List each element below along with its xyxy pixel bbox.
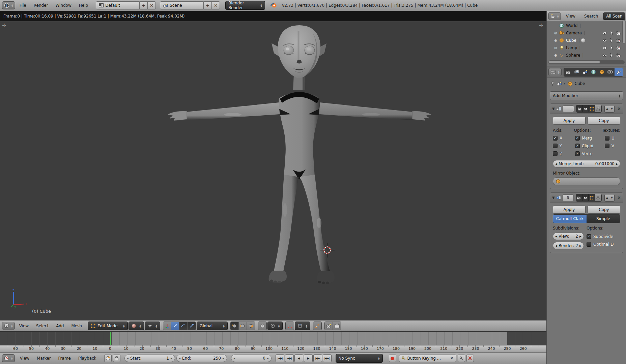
- copy-button[interactable]: Copy: [588, 206, 620, 214]
- merge-limit-field[interactable]: ◂Merge Limit: 0.001000▸: [553, 160, 620, 168]
- delete-layout-button[interactable]: ✕: [148, 1, 156, 9]
- insert-keyframe-button[interactable]: [458, 355, 465, 362]
- vertex-select-mode[interactable]: [231, 322, 239, 330]
- timeline-menu-frame[interactable]: Frame: [55, 353, 75, 364]
- sync-mode-select[interactable]: No Sync ▲▼: [336, 354, 383, 363]
- mirror-object-select[interactable]: [553, 177, 620, 185]
- record-button[interactable]: ●: [389, 355, 396, 362]
- play-reverse-button[interactable]: ◀: [294, 354, 303, 362]
- start-frame-field[interactable]: ◂Start: 1▸: [124, 355, 175, 362]
- scene-mini-icon[interactable]: [557, 82, 562, 86]
- manipulator-toggle[interactable]: [163, 322, 171, 330]
- outliner-horizontal-scrollbar[interactable]: [548, 60, 625, 64]
- checkbox-clippi[interactable]: ✓ Clippi: [575, 142, 605, 150]
- tab-constraints[interactable]: [606, 68, 615, 76]
- next-keyframe-button[interactable]: ▶▶: [313, 354, 322, 362]
- outliner-vertical-scrollbar[interactable]: [622, 20, 625, 43]
- viewport-shading-select[interactable]: ▲▼: [129, 322, 144, 330]
- checkbox-verte[interactable]: ✓ Verte: [575, 150, 605, 157]
- opengl-render-image-button[interactable]: [325, 322, 333, 330]
- tab-world[interactable]: [589, 68, 598, 76]
- timeline-menu-playback[interactable]: Playback: [75, 353, 100, 364]
- timeline-playhead[interactable]: [110, 332, 111, 345]
- opengl-render-anim-button[interactable]: [333, 322, 341, 330]
- snap-align-toggle[interactable]: [313, 322, 321, 330]
- scale-manipulator[interactable]: [188, 322, 196, 330]
- checkbox-v[interactable]: V: [605, 142, 620, 150]
- checkbox-subdivide[interactable]: ✓ Subdivide: [587, 233, 620, 240]
- modifier-name-field[interactable]: [563, 105, 574, 112]
- edge-select-mode[interactable]: [239, 322, 247, 330]
- rotate-manipulator[interactable]: [179, 322, 188, 330]
- cursor-arrow-icon[interactable]: [609, 53, 614, 58]
- lock-button[interactable]: [113, 355, 120, 362]
- render-subdivisions-field[interactable]: ◂Render: 2▸: [553, 242, 584, 249]
- render-visibility-toggle[interactable]: [576, 105, 582, 112]
- timeline-track-area[interactable]: [0, 331, 546, 345]
- tab-object[interactable]: [598, 68, 606, 76]
- outliner-item-cube[interactable]: ⊕ ▽ Cube |: [548, 37, 626, 44]
- render-visibility-icon[interactable]: [616, 31, 621, 35]
- eye-icon[interactable]: [602, 38, 607, 43]
- viewport-canvas[interactable]: ✛ ✛: [0, 21, 546, 320]
- view-subdivisions-field[interactable]: ◂View: 2▸: [553, 233, 584, 240]
- checkbox-optimal d[interactable]: Optimal D: [587, 240, 620, 248]
- outliner-item-world[interactable]: World |: [548, 22, 626, 29]
- delete-modifier-icon[interactable]: ✕: [617, 195, 621, 200]
- move-up-button[interactable]: ▲: [605, 194, 609, 201]
- tab-render-layers[interactable]: [572, 68, 581, 76]
- edit-mode-visibility-toggle[interactable]: [589, 105, 595, 112]
- cursor-arrow-icon[interactable]: [609, 38, 614, 43]
- prev-keyframe-button[interactable]: ◀◀: [285, 354, 294, 362]
- timeline-ruler[interactable]: -60-50-40-30-20-100102030405060708090100…: [0, 345, 546, 352]
- viewport-menu-mesh[interactable]: Mesh: [67, 321, 86, 331]
- modifier-name-field[interactable]: S: [562, 194, 574, 201]
- expand-icon[interactable]: ⊕: [548, 38, 557, 43]
- viewport-visibility-toggle[interactable]: [582, 194, 589, 201]
- viewport-visibility-toggle[interactable]: [583, 105, 589, 112]
- top-menu-window[interactable]: Window: [52, 0, 75, 11]
- pin-icon[interactable]: [550, 81, 555, 86]
- breadcrumb-object-name[interactable]: Cube: [575, 81, 585, 86]
- cursor-arrow-icon[interactable]: [609, 31, 614, 35]
- cage-toggle[interactable]: [595, 105, 601, 112]
- delete-keyframe-button[interactable]: [466, 355, 474, 362]
- play-button[interactable]: ▶: [304, 354, 313, 362]
- tab-scene[interactable]: [581, 68, 589, 76]
- properties-editor-selector[interactable]: ▲▼: [548, 68, 562, 76]
- eye-icon[interactable]: [602, 53, 607, 58]
- checkbox-merg[interactable]: ✓ Merg: [575, 134, 605, 142]
- 3d-cursor[interactable]: [320, 243, 335, 257]
- jump-to-end-button[interactable]: ▶▶|: [323, 354, 332, 362]
- top-menu-file[interactable]: File: [16, 0, 30, 11]
- pivot-point-select[interactable]: ▲▼: [145, 322, 160, 330]
- move-up-button[interactable]: ▲: [605, 105, 609, 112]
- outliner-item-lamp[interactable]: ⊕ Lamp |: [548, 44, 626, 52]
- copy-button[interactable]: Copy: [588, 117, 620, 125]
- delete-scene-button[interactable]: ✕: [212, 1, 220, 9]
- apply-button[interactable]: Apply: [553, 206, 586, 214]
- add-modifier-select[interactable]: Add Modifier ▲▼: [550, 91, 623, 100]
- render-visibility-icon[interactable]: [616, 46, 621, 50]
- clear-keying-set-icon[interactable]: ✕: [450, 356, 453, 361]
- outliner-search-menu[interactable]: Search: [580, 11, 602, 21]
- outliner-item-sphere[interactable]: ⊕ ▽ Sphere |: [548, 52, 626, 59]
- render-visibility-icon[interactable]: [616, 38, 621, 43]
- outliner-item-camera[interactable]: ⊕ Camera |: [548, 29, 626, 37]
- outliner-display-mode-select[interactable]: All Scen: [603, 12, 625, 20]
- jump-to-start-button[interactable]: |◀◀: [276, 354, 284, 362]
- apply-button[interactable]: Apply: [553, 117, 586, 125]
- current-frame-field[interactable]: ◂ 0▸: [231, 355, 272, 362]
- expand-icon[interactable]: ⊕: [548, 31, 557, 35]
- eye-icon[interactable]: [602, 46, 607, 50]
- delete-modifier-icon[interactable]: ✕: [617, 106, 621, 111]
- top-menu-render[interactable]: Render: [30, 0, 52, 11]
- face-select-mode[interactable]: [247, 322, 255, 330]
- render-visibility-toggle[interactable]: [576, 194, 582, 201]
- add-scene-button[interactable]: +: [204, 1, 212, 9]
- character-mesh[interactable]: [165, 21, 442, 291]
- snap-toggle[interactable]: [286, 322, 294, 330]
- checkbox-u[interactable]: U: [605, 134, 620, 142]
- time-indicator-button[interactable]: [104, 355, 112, 362]
- render-visibility-icon[interactable]: [616, 53, 621, 58]
